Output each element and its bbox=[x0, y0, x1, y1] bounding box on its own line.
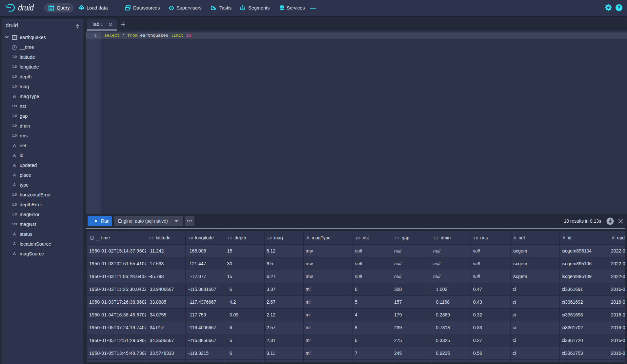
svg-text:?: ? bbox=[617, 5, 620, 10]
